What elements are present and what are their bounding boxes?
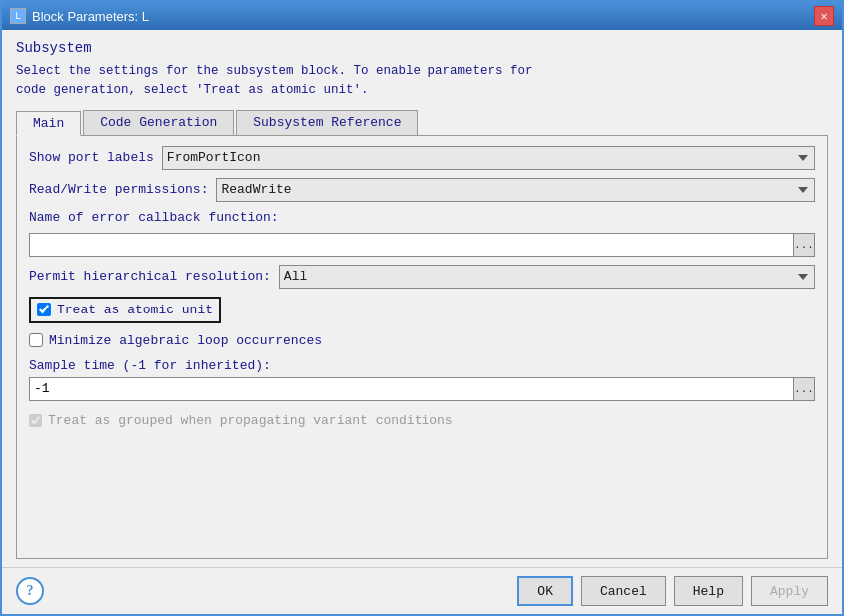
sample-time-dots-button[interactable]: ... [793,377,815,401]
read-write-label: Read/Write permissions: [29,182,208,197]
permit-hierarchical-row: Permit hierarchical resolution: AllExpli… [29,265,815,289]
tab-code-generation[interactable]: Code Generation [83,110,234,135]
close-button[interactable]: ✕ [814,6,834,26]
treat-atomic-label: Treat as atomic unit [57,303,213,317]
error-callback-input[interactable] [29,233,793,257]
apply-button[interactable]: Apply [751,576,828,606]
read-write-select[interactable]: ReadWriteReadOnlyNoReadOrWrite [216,178,815,202]
minimize-loop-row: Minimize algebraic loop occurrences [29,331,815,350]
tab-main[interactable]: Main [16,111,81,136]
description-line2: code generation, select 'Treat as atomic… [16,83,369,97]
tab-content-main: Show port labels FromPortIconFromBlockNa… [16,136,828,560]
ok-button[interactable]: OK [517,576,573,606]
bottom-right-buttons: OK Cancel Help Apply [517,576,828,606]
tab-subsystem-reference[interactable]: Subsystem Reference [236,110,418,135]
error-callback-input-group: ... [29,233,815,257]
title-bar: L Block Parameters: L ✕ [2,2,842,30]
subsystem-title: Subsystem [16,40,828,56]
treat-atomic-checkbox[interactable] [37,303,51,316]
tabs-bar: Main Code Generation Subsystem Reference [16,110,828,136]
minimize-loop-label: Minimize algebraic loop occurrences [49,333,322,348]
block-parameters-dialog: L Block Parameters: L ✕ Subsystem Select… [0,0,844,616]
sample-time-input[interactable] [29,377,793,401]
read-write-row: Read/Write permissions: ReadWriteReadOnl… [29,178,815,202]
error-callback-dots-button[interactable]: ... [793,233,815,257]
description: Select the settings for the subsystem bl… [16,62,828,100]
window-title: Block Parameters: L [32,9,149,24]
error-callback-label: Name of error callback function: [29,210,279,225]
help-button[interactable]: Help [674,576,743,606]
title-bar-left: L Block Parameters: L [10,8,149,24]
permit-hierarchical-select[interactable]: AllExplicitOnlyNone [279,265,815,289]
treat-grouped-label: Treat as grouped when propagating varian… [48,413,453,428]
help-icon-button[interactable]: ? [16,577,44,605]
minimize-loop-checkbox[interactable] [29,333,43,347]
sample-time-row: Sample time (-1 for inherited): ... [29,358,815,401]
error-callback-input-row: ... [29,233,815,257]
show-port-labels-label: Show port labels [29,150,154,165]
dialog-body: Subsystem Select the settings for the su… [2,30,842,567]
sample-time-input-group: ... [29,377,815,401]
cancel-button[interactable]: Cancel [581,576,666,606]
bottom-bar: ? OK Cancel Help Apply [2,567,842,614]
treat-atomic-row: Treat as atomic unit [29,297,221,323]
block-icon: L [10,8,26,24]
sample-time-label: Sample time (-1 for inherited): [29,358,815,373]
permit-hierarchical-label: Permit hierarchical resolution: [29,269,271,284]
show-port-labels-row: Show port labels FromPortIconFromBlockNa… [29,146,815,170]
error-callback-row: Name of error callback function: [29,210,815,225]
treat-grouped-checkbox[interactable] [29,414,42,427]
treat-grouped-row: Treat as grouped when propagating varian… [29,413,815,428]
description-line1: Select the settings for the subsystem bl… [16,64,533,78]
show-port-labels-select[interactable]: FromPortIconFromBlockNameNone [162,146,815,170]
